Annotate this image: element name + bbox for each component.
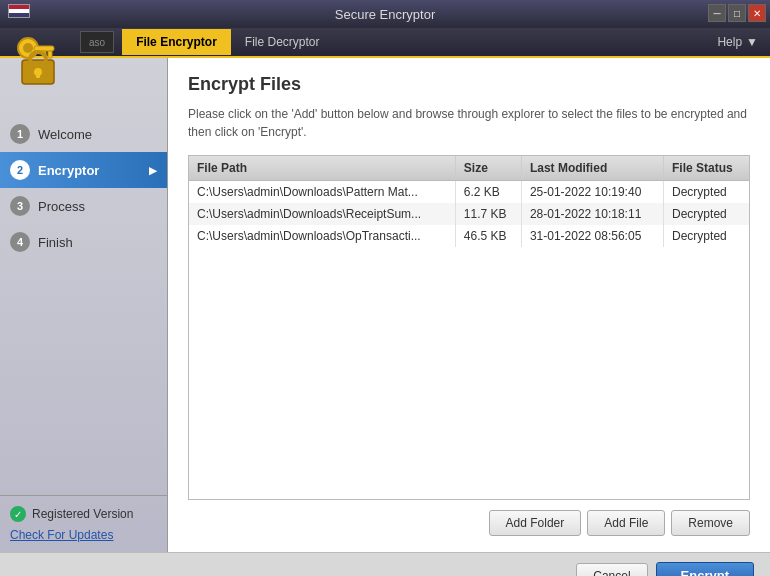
sidebar-item-process[interactable]: 3 Process: [0, 188, 167, 224]
sidebar: 1 Welcome 2 Encryptor ▶ 3 Process 4 Fini…: [0, 58, 168, 552]
logo-badge: aso: [80, 31, 114, 53]
table-row[interactable]: C:\Users\admin\Downloads\ReceiptSum...11…: [189, 203, 749, 225]
sidebar-encryptor-label: Encryptor: [38, 163, 99, 178]
content-area: Encrypt Files Please click on the 'Add' …: [168, 58, 770, 552]
sidebar-bottom: ✓ Registered Version Check For Updates: [0, 495, 167, 552]
encrypt-button[interactable]: Encrypt: [656, 562, 754, 576]
cell-file-path: C:\Users\admin\Downloads\Pattern Mat...: [189, 181, 455, 204]
sidebar-process-label: Process: [38, 199, 85, 214]
sidebar-item-encryptor[interactable]: 2 Encryptor ▶: [0, 152, 167, 188]
help-arrow-icon: ▼: [746, 35, 758, 49]
title-bar: Secure Encryptor ─ □ ✕: [0, 0, 770, 28]
close-button[interactable]: ✕: [748, 4, 766, 22]
add-file-button[interactable]: Add File: [587, 510, 665, 536]
cell-file-path: C:\Users\admin\Downloads\ReceiptSum...: [189, 203, 455, 225]
cancel-button[interactable]: Cancel: [576, 563, 647, 577]
cell-file-status: Decrypted: [664, 181, 749, 204]
file-table: File Path Size Last Modified File Status…: [189, 156, 749, 247]
svg-point-1: [23, 43, 33, 53]
col-file-status: File Status: [664, 156, 749, 181]
col-file-path: File Path: [189, 156, 455, 181]
page-title: Encrypt Files: [188, 74, 750, 95]
table-row[interactable]: C:\Users\admin\Downloads\OpTransacti...4…: [189, 225, 749, 247]
registered-icon: ✓: [10, 506, 26, 522]
window-title: Secure Encryptor: [335, 7, 435, 22]
tab-file-encryptor[interactable]: File Encryptor: [122, 29, 231, 55]
help-menu[interactable]: Help ▼: [709, 31, 766, 53]
check-updates-link[interactable]: Check For Updates: [10, 528, 157, 542]
window-controls: ─ □ ✕: [708, 4, 766, 22]
sidebar-arrow-icon: ▶: [149, 165, 157, 176]
sidebar-finish-label: Finish: [38, 235, 73, 250]
col-size: Size: [455, 156, 521, 181]
sidebar-item-finish[interactable]: 4 Finish: [0, 224, 167, 260]
minimize-button[interactable]: ─: [708, 4, 726, 22]
file-table-body: C:\Users\admin\Downloads\Pattern Mat...6…: [189, 181, 749, 248]
help-label: Help: [717, 35, 742, 49]
menu-bar: aso File Encryptor File Decryptor Help ▼: [0, 28, 770, 58]
col-last-modified: Last Modified: [521, 156, 663, 181]
registered-label: Registered Version: [32, 507, 133, 521]
cell-last-modified: 31-01-2022 08:56:05: [521, 225, 663, 247]
cell-file-status: Decrypted: [664, 203, 749, 225]
bottom-action-bar: Cancel Encrypt: [0, 552, 770, 576]
cell-last-modified: 28-01-2022 10:18:11: [521, 203, 663, 225]
sidebar-item-welcome[interactable]: 1 Welcome: [0, 116, 167, 152]
step-circle-1: 1: [10, 124, 30, 144]
cell-file-status: Decrypted: [664, 225, 749, 247]
tab-file-decryptor[interactable]: File Decryptor: [231, 29, 334, 55]
file-table-wrapper: File Path Size Last Modified File Status…: [188, 155, 750, 500]
svg-rect-8: [36, 72, 40, 78]
cell-size: 46.5 KB: [455, 225, 521, 247]
app-lock-icon: [6, 28, 70, 92]
cell-size: 11.7 KB: [455, 203, 521, 225]
action-buttons: Add Folder Add File Remove: [188, 510, 750, 536]
remove-button[interactable]: Remove: [671, 510, 750, 536]
cell-last-modified: 25-01-2022 10:19:40: [521, 181, 663, 204]
table-header-row: File Path Size Last Modified File Status: [189, 156, 749, 181]
cell-file-path: C:\Users\admin\Downloads\OpTransacti...: [189, 225, 455, 247]
svg-rect-3: [48, 51, 52, 58]
add-folder-button[interactable]: Add Folder: [489, 510, 582, 536]
cell-size: 6.2 KB: [455, 181, 521, 204]
step-circle-2: 2: [10, 160, 30, 180]
main-layout: 1 Welcome 2 Encryptor ▶ 3 Process 4 Fini…: [0, 58, 770, 552]
registered-badge: ✓ Registered Version: [10, 506, 157, 522]
maximize-button[interactable]: □: [728, 4, 746, 22]
description-text: Please click on the 'Add' button below a…: [188, 105, 750, 141]
sidebar-welcome-label: Welcome: [38, 127, 92, 142]
table-row[interactable]: C:\Users\admin\Downloads\Pattern Mat...6…: [189, 181, 749, 204]
step-circle-3: 3: [10, 196, 30, 216]
flag-icon: [8, 4, 30, 18]
step-circle-4: 4: [10, 232, 30, 252]
